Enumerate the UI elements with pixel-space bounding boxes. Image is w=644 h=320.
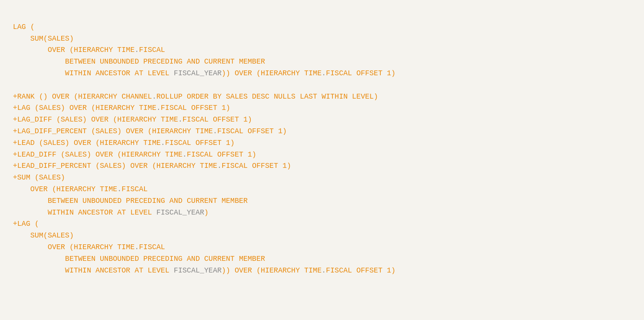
code-token: +LAG ( [13, 220, 39, 228]
code-token: FISCAL_YEAR [174, 69, 222, 77]
code-token: +LAG_DIFF_PERCENT (SALES) OVER ( [13, 127, 152, 135]
code-token: HIERARCHY TIME [95, 104, 156, 112]
code-token: FISCAL OFFSET 1) [165, 139, 235, 147]
code-token: +SUM (SALES) [13, 173, 65, 182]
code-line: +LEAD (SALES) OVER (HIERARCHY TIME.FISCA… [13, 137, 631, 149]
code-line: BETWEEN UNBOUNDED PRECEDING AND CURRENT … [13, 56, 631, 68]
code-token: . [156, 104, 161, 112]
code-token: FISCAL OFFSET 1) [222, 162, 291, 170]
code-token: SUM(SALES) [13, 231, 74, 239]
code-token: . [213, 127, 217, 135]
code-token: . [134, 46, 139, 54]
code-line: SUM(SALES) [13, 230, 631, 242]
code-line: +RANK () OVER (HIERARCHY CHANNEL.ROLLUP … [13, 91, 631, 103]
code-token: . [134, 243, 139, 251]
code-line: WITHIN ANCESTOR AT LEVEL FISCAL_YEAR)) O… [13, 265, 631, 277]
code-token: . [178, 116, 182, 124]
code-token: BETWEEN UNBOUNDED PRECEDING AND CURRENT … [13, 58, 265, 66]
code-token: FISCAL [139, 243, 165, 251]
code-token: FISCAL [122, 185, 148, 193]
code-token: . [322, 69, 326, 77]
code-token: HIERARCHY TIME [56, 185, 117, 193]
code-line: BETWEEN UNBOUNDED PRECEDING AND CURRENT … [13, 253, 631, 265]
code-token: OVER ( [13, 243, 74, 251]
code-token: FISCAL OFFSET 1) [326, 266, 396, 275]
code-token: ROLLUP ORDER BY SALES DESC NULLS LAST WI… [156, 93, 378, 101]
code-token: WITHIN ANCESTOR AT LEVEL [13, 209, 156, 217]
code-line: +LAG_DIFF_PERCENT (SALES) OVER (HIERARCH… [13, 126, 631, 137]
code-token: HIERARCHY TIME [74, 46, 134, 54]
code-token: HIERARCHY TIME [261, 69, 322, 77]
code-token: HIERARCHY CHANNEL [78, 93, 152, 101]
code-display: LAG ( SUM(SALES) OVER (HIERARCHY TIME.FI… [13, 10, 631, 276]
code-token: FISCAL OFFSET 1) [217, 127, 287, 135]
code-token: FISCAL_YEAR [156, 209, 204, 217]
code-token: FISCAL [139, 46, 165, 54]
code-line: OVER (HIERARCHY TIME.FISCAL [13, 184, 631, 195]
code-token: +LAG_DIFF (SALES) OVER ( [13, 116, 117, 124]
code-token: BETWEEN UNBOUNDED PRECEDING AND CURRENT … [13, 197, 248, 205]
code-token: +RANK () OVER ( [13, 93, 78, 101]
code-token: WITHIN ANCESTOR AT LEVEL [13, 266, 174, 275]
code-token: . [117, 185, 122, 193]
code-token: OVER ( [13, 185, 56, 193]
code-token: . [322, 266, 326, 275]
code-line: +LAG_DIFF (SALES) OVER (HIERARCHY TIME.F… [13, 114, 631, 126]
code-token: HIERARCHY TIME [117, 116, 178, 124]
code-token: . [217, 162, 222, 170]
code-token: LAG ( [13, 23, 35, 31]
code-line: +LAG (SALES) OVER (HIERARCHY TIME.FISCAL… [13, 102, 631, 114]
code-line: BETWEEN UNBOUNDED PRECEDING AND CURRENT … [13, 195, 631, 207]
code-token: +LAG (SALES) OVER ( [13, 104, 95, 112]
code-token: SUM(SALES) [13, 35, 74, 43]
code-line: SUM(SALES) [13, 33, 631, 45]
code-line: WITHIN ANCESTOR AT LEVEL FISCAL_YEAR)) O… [13, 68, 631, 79]
code-token: HIERARCHY TIME [122, 151, 182, 159]
code-token: +LEAD_DIFF (SALES) OVER ( [13, 151, 122, 159]
code-token: WITHIN ANCESTOR AT LEVEL [13, 69, 174, 77]
code-token: FISCAL OFFSET 1) [187, 151, 256, 159]
code-token: FISCAL_YEAR [174, 266, 222, 275]
code-token: HIERARCHY TIME [156, 162, 217, 170]
code-line: OVER (HIERARCHY TIME.FISCAL [13, 242, 631, 253]
code-line: OVER (HIERARCHY TIME.FISCAL [13, 44, 631, 56]
code-token: HIERARCHY TIME [152, 127, 213, 135]
code-token: FISCAL OFFSET 1) [182, 116, 252, 124]
code-token: +LEAD_DIFF_PERCENT (SALES) OVER ( [13, 162, 156, 170]
code-token: )) OVER ( [222, 69, 261, 77]
code-token: BETWEEN UNBOUNDED PRECEDING AND CURRENT … [13, 255, 265, 263]
code-token: FISCAL OFFSET 1) [326, 69, 396, 77]
code-token: FISCAL OFFSET 1) [161, 104, 230, 112]
code-token: HIERARCHY TIME [74, 243, 134, 251]
code-line: WITHIN ANCESTOR AT LEVEL FISCAL_YEAR) [13, 207, 631, 219]
code-token: . [161, 139, 165, 147]
code-line: +SUM (SALES) [13, 172, 631, 184]
code-token: . [182, 151, 187, 159]
code-line: LAG ( [13, 21, 631, 33]
code-token: HIERARCHY TIME [100, 139, 161, 147]
code-token: . [152, 93, 157, 101]
code-line [13, 79, 631, 91]
code-token: +LEAD (SALES) OVER ( [13, 139, 100, 147]
code-token: ) [204, 209, 208, 217]
code-token: HIERARCHY TIME [261, 266, 322, 275]
code-token: )) OVER ( [222, 266, 261, 275]
code-line: +LAG ( [13, 218, 631, 230]
code-token: OVER ( [13, 46, 74, 54]
code-line: +LEAD_DIFF (SALES) OVER (HIERARCHY TIME.… [13, 149, 631, 161]
code-line: +LEAD_DIFF_PERCENT (SALES) OVER (HIERARC… [13, 160, 631, 172]
